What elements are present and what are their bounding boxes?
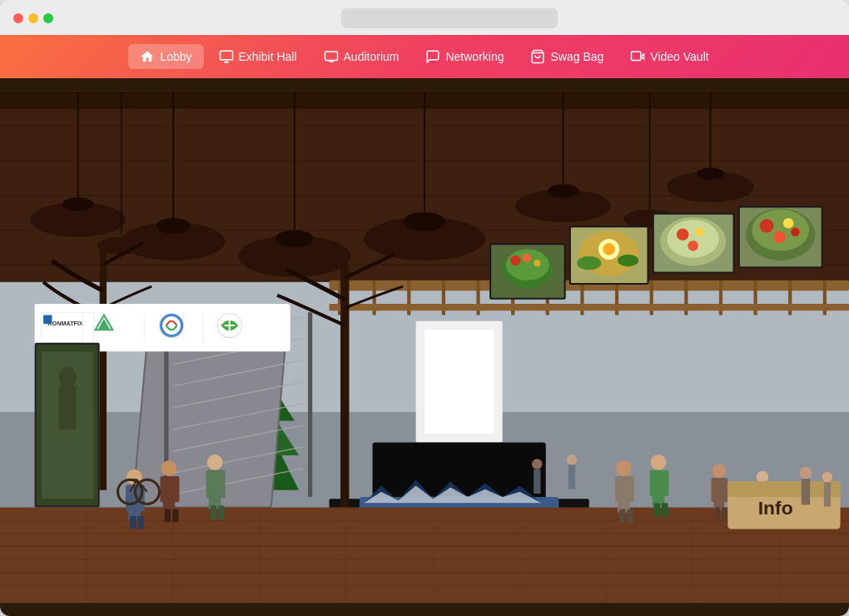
svg-point-183 [800, 467, 812, 479]
svg-rect-192 [568, 465, 575, 489]
svg-point-72 [677, 228, 689, 241]
svg-rect-90 [100, 247, 107, 489]
svg-point-71 [667, 220, 718, 258]
svg-point-82 [791, 227, 799, 236]
svg-point-79 [760, 219, 774, 233]
svg-point-27 [548, 184, 578, 198]
home-icon [140, 49, 155, 64]
bag-icon [530, 49, 545, 64]
traffic-lights [13, 13, 53, 23]
svg-rect-181 [727, 490, 840, 497]
svg-rect-152 [218, 470, 225, 498]
svg-rect-0 [220, 51, 232, 60]
svg-point-155 [616, 460, 632, 476]
svg-point-15 [62, 197, 93, 211]
svg-point-60 [523, 254, 531, 262]
svg-rect-169 [712, 478, 717, 502]
svg-rect-160 [628, 509, 633, 524]
svg-rect-190 [534, 469, 540, 494]
exhibit-icon [219, 49, 234, 64]
svg-rect-154 [218, 505, 224, 519]
swag-bag-label: Swag Bag [550, 50, 603, 63]
svg-point-78 [752, 210, 809, 251]
navigation-bar: Lobby Exhibit Hall Auditorium [0, 35, 849, 78]
browser-chrome [0, 0, 849, 35]
svg-rect-171 [715, 508, 720, 520]
svg-point-30 [697, 168, 724, 181]
lobby-label: Lobby [160, 50, 191, 63]
nav-item-networking[interactable]: Networking [414, 44, 515, 69]
svg-point-80 [783, 218, 793, 228]
svg-point-66 [577, 256, 601, 271]
svg-rect-153 [211, 505, 216, 519]
svg-rect-3 [632, 52, 641, 61]
video-vault-label: Video Vault [650, 50, 708, 63]
svg-point-143 [161, 460, 177, 476]
svg-rect-165 [654, 503, 660, 517]
chat-icon [425, 49, 440, 64]
browser-window: Lobby Exhibit Hall Auditorium [0, 0, 849, 616]
svg-point-81 [773, 231, 786, 244]
svg-point-135 [59, 367, 77, 388]
svg-rect-121 [43, 315, 52, 323]
svg-point-173 [757, 471, 769, 484]
svg-rect-141 [130, 516, 136, 529]
svg-point-24 [404, 212, 445, 231]
svg-point-161 [651, 455, 667, 470]
svg-rect-136 [59, 386, 77, 430]
maximize-button[interactable] [43, 13, 53, 23]
svg-rect-142 [137, 516, 143, 529]
svg-rect-102 [0, 508, 849, 603]
svg-point-185 [822, 472, 832, 482]
auditorium-label: Auditorium [344, 50, 400, 63]
svg-point-67 [618, 255, 638, 267]
svg-point-74 [688, 241, 698, 251]
svg-rect-172 [722, 508, 727, 520]
networking-label: Networking [445, 50, 504, 63]
svg-point-58 [510, 256, 520, 266]
address-bar[interactable] [341, 8, 558, 28]
minimize-button[interactable] [28, 13, 38, 23]
svg-rect-84 [424, 330, 494, 434]
svg-point-21 [276, 230, 314, 247]
exhibit-hall-label: Exhibit Hall [239, 50, 297, 63]
svg-point-189 [532, 459, 542, 469]
svg-rect-146 [172, 476, 179, 502]
lobby-scene: KONMATFIX [0, 78, 849, 616]
svg-rect-157 [615, 476, 622, 502]
close-button[interactable] [13, 13, 23, 23]
svg-rect-163 [650, 470, 657, 496]
video-icon [630, 49, 645, 64]
svg-rect-164 [662, 470, 668, 496]
svg-rect-166 [662, 503, 668, 517]
svg-point-73 [696, 227, 704, 236]
svg-text:KONMATFIX: KONMATFIX [47, 320, 83, 327]
svg-text:Info: Info [758, 497, 793, 519]
nav-item-exhibit-hall[interactable]: Exhibit Hall [207, 44, 309, 69]
nav-item-lobby[interactable]: Lobby [128, 44, 203, 69]
svg-point-65 [603, 243, 615, 256]
svg-rect-184 [802, 479, 810, 504]
nav-items: Lobby Exhibit Hall Auditorium [128, 44, 720, 69]
svg-rect-147 [165, 509, 171, 523]
nav-item-video-vault[interactable]: Video Vault [618, 44, 720, 69]
lobby-svg: KONMATFIX [0, 78, 849, 616]
svg-point-191 [567, 455, 577, 464]
svg-point-167 [712, 464, 727, 479]
svg-rect-186 [824, 482, 831, 506]
nav-item-swag-bag[interactable]: Swag Bag [519, 44, 615, 69]
svg-rect-158 [628, 476, 634, 502]
app-content: Lobby Exhibit Hall Auditorium [0, 35, 849, 616]
svg-rect-148 [172, 509, 178, 523]
svg-rect-1 [325, 52, 337, 61]
svg-rect-151 [206, 470, 213, 498]
svg-rect-159 [619, 509, 625, 524]
screen-icon [324, 49, 339, 64]
svg-rect-170 [722, 478, 727, 502]
svg-rect-53 [330, 304, 849, 310]
nav-item-auditorium[interactable]: Auditorium [312, 44, 411, 69]
svg-rect-145 [161, 476, 167, 502]
svg-point-18 [156, 218, 191, 234]
svg-rect-91 [340, 265, 349, 507]
svg-point-59 [534, 260, 540, 266]
